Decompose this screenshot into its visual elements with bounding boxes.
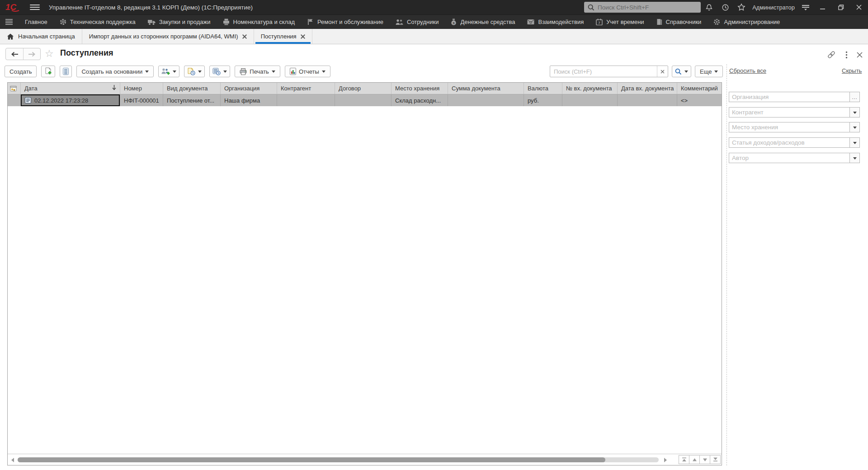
menu-item-nomenclature[interactable]: Номенклатура и склад (223, 19, 295, 25)
tab-import-data[interactable]: Импорт данных из сторонних программ (AID… (82, 29, 254, 44)
dropdown-caret-icon (853, 127, 857, 129)
money-bag-icon: s (451, 19, 457, 25)
envelope-icon (527, 19, 534, 25)
cell-number[interactable]: НФIT-000001 (120, 94, 163, 106)
dropdown-button[interactable] (849, 153, 859, 163)
advanced-search-button[interactable] (672, 66, 691, 77)
filter-author-field[interactable]: Автор (729, 153, 860, 163)
current-user-button[interactable]: Администратор (750, 4, 797, 11)
menu-item-timesheet[interactable]: 7 Учет времени (596, 19, 644, 25)
column-header-comment[interactable]: Комментарий (677, 83, 722, 94)
functions-menu-button[interactable] (5, 19, 13, 25)
column-header-amount[interactable]: Сумма документа (448, 83, 524, 94)
main-menu-icon[interactable] (30, 5, 40, 10)
close-tab-icon[interactable] (242, 34, 247, 39)
home-icon (7, 33, 14, 40)
service-menu-icon[interactable] (797, 0, 814, 14)
column-header-incoming-number[interactable]: № вх. документа (562, 83, 618, 94)
ellipsis-picker-button[interactable]: ... (849, 92, 859, 102)
schedule-list-button[interactable] (209, 66, 230, 77)
forward-button[interactable] (23, 48, 40, 60)
get-link-icon[interactable] (826, 50, 836, 59)
assign-responsible-button[interactable] (158, 66, 179, 77)
tab-home[interactable]: Начальная страница (0, 29, 82, 44)
favorites-star-icon[interactable] (733, 0, 750, 14)
menu-item-main[interactable]: Главное (25, 19, 47, 25)
menu-item-administration[interactable]: Администрирование (713, 19, 780, 25)
cell-incoming-number[interactable] (562, 94, 618, 106)
filter-organization-field[interactable]: Организация ... (729, 92, 860, 102)
truck-icon (148, 19, 156, 25)
close-tab-icon[interactable] (301, 34, 305, 39)
create-based-on-button[interactable]: Создать на основании (76, 66, 154, 77)
go-first-row-button[interactable] (679, 455, 689, 464)
close-button[interactable] (850, 0, 868, 14)
menu-item-purchases[interactable]: Закупки и продажи (148, 19, 211, 25)
dropdown-button[interactable] (849, 122, 859, 132)
reports-button[interactable]: Отчеты (285, 66, 330, 77)
column-header-number[interactable]: Номер (120, 83, 163, 94)
dropdown-button[interactable] (849, 108, 859, 117)
menu-item-repair[interactable]: Ремонт и обслуживание (307, 19, 383, 25)
document-deadline-button[interactable] (184, 66, 205, 77)
column-header-currency[interactable]: Валюта (524, 83, 562, 94)
filter-income-expense-item-field[interactable]: Статья доходов/расходов (729, 137, 860, 148)
table-row[interactable]: 02.12.2022 17:23:28 НФIT-000001 Поступле… (8, 94, 722, 106)
column-header-incoming-date[interactable]: Дата вх. документа (618, 83, 677, 94)
column-header-date[interactable]: Дата (21, 83, 120, 94)
go-last-row-button[interactable] (710, 455, 721, 464)
copy-document-button[interactable] (41, 66, 55, 77)
menu-item-interactions[interactable]: Взаимодействия (527, 19, 584, 25)
back-button[interactable] (6, 48, 23, 60)
add-to-favorites-star-icon[interactable]: ☆ (45, 48, 54, 59)
calendar-icon: 7 (596, 19, 603, 25)
cell-currency[interactable]: руб. (524, 94, 562, 106)
print-button[interactable]: Печать (235, 66, 280, 77)
column-settings-button[interactable] (8, 83, 21, 94)
filter-storage-field[interactable]: Место хранения (729, 122, 860, 132)
scroll-left-icon[interactable] (11, 458, 14, 462)
cell-doc-type[interactable]: Поступление от... (163, 94, 221, 106)
menu-item-employees[interactable]: Сотрудники (396, 19, 439, 25)
filter-counterparty-field[interactable]: Контрагент (729, 107, 860, 118)
more-menu-dots-icon[interactable] (841, 50, 851, 59)
scrollbar-thumb[interactable] (18, 457, 605, 462)
dropdown-caret-icon (145, 70, 149, 73)
column-header-organization[interactable]: Организация (221, 83, 277, 94)
dropdown-button[interactable] (849, 138, 859, 147)
column-header-doc-type[interactable]: Вид документа (163, 83, 221, 94)
next-row-button[interactable] (699, 455, 710, 464)
list-search-input[interactable]: Поиск (Ctrl+F) (550, 66, 668, 77)
tab-postupleniya[interactable]: Поступления (254, 29, 312, 44)
cell-comment[interactable]: <> (677, 94, 722, 106)
cell-contract[interactable] (335, 94, 392, 106)
selected-cell[interactable]: 02.12.2022 17:23:28 (21, 94, 120, 106)
restore-button[interactable] (832, 0, 850, 14)
cell-organization[interactable]: Наша фирма (221, 94, 277, 106)
close-form-icon[interactable] (854, 50, 864, 59)
search-icon (588, 4, 594, 11)
menu-item-references[interactable]: Справочники (656, 19, 702, 25)
previous-row-button[interactable] (689, 455, 700, 464)
cell-incoming-date[interactable] (618, 94, 677, 106)
cell-amount[interactable] (448, 94, 524, 106)
notifications-bell-icon[interactable] (701, 0, 717, 14)
list-view-button[interactable] (60, 66, 72, 77)
scroll-right-icon[interactable] (664, 458, 667, 462)
column-header-storage[interactable]: Место хранения (392, 83, 448, 94)
cell-date[interactable]: 02.12.2022 17:23:28 (21, 94, 120, 106)
menu-item-tech-support[interactable]: Техническая поддержка (60, 19, 136, 25)
column-header-contract[interactable]: Договор (335, 83, 392, 94)
more-button[interactable]: Еще (695, 66, 723, 77)
minimize-button[interactable] (814, 0, 832, 14)
cell-storage[interactable]: Склад расходн... (392, 94, 448, 106)
cell-counterparty[interactable] (277, 94, 335, 106)
clear-search-icon[interactable] (657, 66, 668, 77)
column-header-counterparty[interactable]: Контрагент (277, 83, 335, 94)
menu-item-money[interactable]: s Денежные средства (451, 19, 515, 25)
dropdown-caret-icon (714, 70, 718, 73)
create-button[interactable]: Создать (5, 66, 37, 77)
list-toolbar: Создать Создать на основании Печать Отче… (5, 66, 330, 77)
history-icon[interactable] (717, 0, 733, 14)
global-search-input[interactable]: Поиск Ctrl+Shift+F (584, 2, 701, 13)
